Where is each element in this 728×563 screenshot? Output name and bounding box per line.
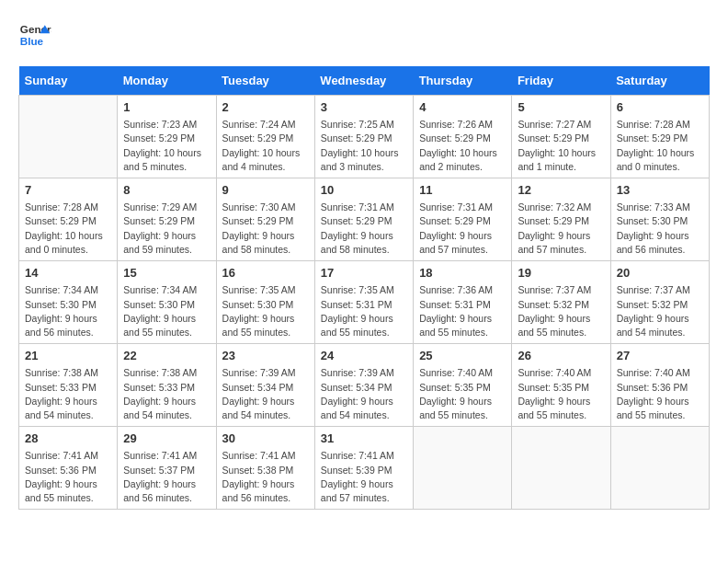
logo-icon: General Blue	[18, 18, 51, 52]
day-number: 28	[25, 431, 111, 447]
calendar-cell: 12Sunrise: 7:32 AM Sunset: 5:29 PM Dayli…	[512, 178, 610, 261]
calendar-week-3: 14Sunrise: 7:34 AM Sunset: 5:30 PM Dayli…	[19, 261, 710, 344]
day-info: Sunrise: 7:37 AM Sunset: 5:32 PM Dayligh…	[617, 283, 703, 339]
calendar-cell: 20Sunrise: 7:37 AM Sunset: 5:32 PM Dayli…	[610, 261, 709, 344]
day-number: 27	[617, 348, 703, 364]
day-number: 25	[419, 348, 506, 364]
day-info: Sunrise: 7:38 AM Sunset: 5:33 PM Dayligh…	[25, 366, 111, 422]
header-row: SundayMondayTuesdayWednesdayThursdayFrid…	[19, 66, 710, 96]
day-info: Sunrise: 7:24 AM Sunset: 5:29 PM Dayligh…	[222, 118, 309, 174]
calendar-cell: 31Sunrise: 7:41 AM Sunset: 5:39 PM Dayli…	[314, 427, 413, 510]
day-info: Sunrise: 7:34 AM Sunset: 5:30 PM Dayligh…	[123, 283, 210, 339]
calendar-cell: 8Sunrise: 7:29 AM Sunset: 5:29 PM Daylig…	[118, 178, 216, 261]
day-number: 15	[123, 265, 210, 282]
header-day-friday: Friday	[512, 66, 610, 96]
day-number: 10	[321, 182, 407, 199]
day-info: Sunrise: 7:23 AM Sunset: 5:29 PM Dayligh…	[123, 118, 210, 174]
calendar-cell	[19, 96, 118, 178]
day-info: Sunrise: 7:41 AM Sunset: 5:37 PM Dayligh…	[123, 449, 210, 505]
calendar-cell: 15Sunrise: 7:34 AM Sunset: 5:30 PM Dayli…	[118, 261, 216, 344]
day-number: 3	[321, 99, 407, 116]
day-number: 21	[25, 348, 111, 364]
page-header: General Blue	[18, 18, 710, 52]
day-info: Sunrise: 7:40 AM Sunset: 5:35 PM Dayligh…	[419, 366, 506, 422]
calendar-cell: 10Sunrise: 7:31 AM Sunset: 5:29 PM Dayli…	[314, 178, 413, 261]
day-info: Sunrise: 7:35 AM Sunset: 5:31 PM Dayligh…	[321, 283, 407, 339]
day-info: Sunrise: 7:37 AM Sunset: 5:32 PM Dayligh…	[518, 283, 604, 339]
day-number: 2	[222, 99, 309, 116]
day-info: Sunrise: 7:34 AM Sunset: 5:30 PM Dayligh…	[25, 283, 111, 339]
day-number: 23	[222, 348, 309, 364]
day-number: 1	[123, 99, 210, 116]
day-number: 22	[123, 348, 210, 364]
svg-text:Blue: Blue	[20, 35, 44, 47]
day-info: Sunrise: 7:41 AM Sunset: 5:39 PM Dayligh…	[321, 449, 407, 505]
calendar-cell: 9Sunrise: 7:30 AM Sunset: 5:29 PM Daylig…	[216, 178, 314, 261]
day-info: Sunrise: 7:29 AM Sunset: 5:29 PM Dayligh…	[123, 201, 210, 257]
day-info: Sunrise: 7:36 AM Sunset: 5:31 PM Dayligh…	[419, 283, 506, 339]
day-number: 8	[123, 182, 210, 199]
calendar-cell: 5Sunrise: 7:27 AM Sunset: 5:29 PM Daylig…	[512, 96, 610, 178]
day-info: Sunrise: 7:35 AM Sunset: 5:30 PM Dayligh…	[222, 283, 309, 339]
calendar-cell: 13Sunrise: 7:33 AM Sunset: 5:30 PM Dayli…	[610, 178, 709, 261]
calendar-cell: 3Sunrise: 7:25 AM Sunset: 5:29 PM Daylig…	[314, 96, 413, 178]
header-day-thursday: Thursday	[414, 66, 512, 96]
calendar-cell: 7Sunrise: 7:28 AM Sunset: 5:29 PM Daylig…	[19, 178, 118, 261]
calendar-cell: 21Sunrise: 7:38 AM Sunset: 5:33 PM Dayli…	[19, 344, 118, 427]
calendar-week-2: 7Sunrise: 7:28 AM Sunset: 5:29 PM Daylig…	[19, 178, 710, 261]
day-info: Sunrise: 7:31 AM Sunset: 5:29 PM Dayligh…	[419, 201, 506, 257]
day-number: 16	[222, 265, 309, 282]
calendar-cell: 16Sunrise: 7:35 AM Sunset: 5:30 PM Dayli…	[216, 261, 314, 344]
day-number: 24	[321, 348, 407, 364]
day-number: 26	[518, 348, 604, 364]
calendar-cell: 29Sunrise: 7:41 AM Sunset: 5:37 PM Dayli…	[118, 427, 216, 510]
calendar-cell: 22Sunrise: 7:38 AM Sunset: 5:33 PM Dayli…	[118, 344, 216, 427]
day-number: 17	[321, 265, 407, 282]
day-info: Sunrise: 7:28 AM Sunset: 5:29 PM Dayligh…	[617, 118, 703, 174]
calendar-week-4: 21Sunrise: 7:38 AM Sunset: 5:33 PM Dayli…	[19, 344, 710, 427]
header-day-saturday: Saturday	[610, 66, 709, 96]
calendar-cell: 6Sunrise: 7:28 AM Sunset: 5:29 PM Daylig…	[610, 96, 709, 178]
header-day-monday: Monday	[118, 66, 216, 96]
calendar-week-5: 28Sunrise: 7:41 AM Sunset: 5:36 PM Dayli…	[19, 427, 710, 510]
calendar-cell: 18Sunrise: 7:36 AM Sunset: 5:31 PM Dayli…	[414, 261, 512, 344]
day-info: Sunrise: 7:30 AM Sunset: 5:29 PM Dayligh…	[222, 201, 309, 257]
day-info: Sunrise: 7:40 AM Sunset: 5:36 PM Dayligh…	[617, 366, 703, 422]
calendar-table: SundayMondayTuesdayWednesdayThursdayFrid…	[18, 66, 710, 510]
day-info: Sunrise: 7:39 AM Sunset: 5:34 PM Dayligh…	[321, 366, 407, 422]
day-info: Sunrise: 7:38 AM Sunset: 5:33 PM Dayligh…	[123, 366, 210, 422]
calendar-cell	[610, 427, 709, 510]
calendar-cell: 1Sunrise: 7:23 AM Sunset: 5:29 PM Daylig…	[118, 96, 216, 178]
day-number: 30	[222, 431, 309, 447]
calendar-cell: 14Sunrise: 7:34 AM Sunset: 5:30 PM Dayli…	[19, 261, 118, 344]
day-info: Sunrise: 7:26 AM Sunset: 5:29 PM Dayligh…	[419, 118, 506, 174]
day-number: 31	[321, 431, 407, 447]
day-info: Sunrise: 7:41 AM Sunset: 5:38 PM Dayligh…	[222, 449, 309, 505]
day-info: Sunrise: 7:28 AM Sunset: 5:29 PM Dayligh…	[25, 201, 111, 257]
calendar-cell: 4Sunrise: 7:26 AM Sunset: 5:29 PM Daylig…	[414, 96, 512, 178]
day-number: 6	[617, 99, 703, 116]
day-number: 29	[123, 431, 210, 447]
calendar-cell: 11Sunrise: 7:31 AM Sunset: 5:29 PM Dayli…	[414, 178, 512, 261]
calendar-cell: 19Sunrise: 7:37 AM Sunset: 5:32 PM Dayli…	[512, 261, 610, 344]
day-info: Sunrise: 7:25 AM Sunset: 5:29 PM Dayligh…	[321, 118, 407, 174]
calendar-cell: 28Sunrise: 7:41 AM Sunset: 5:36 PM Dayli…	[19, 427, 118, 510]
day-number: 7	[25, 182, 111, 199]
header-day-wednesday: Wednesday	[314, 66, 413, 96]
day-info: Sunrise: 7:31 AM Sunset: 5:29 PM Dayligh…	[321, 201, 407, 257]
day-info: Sunrise: 7:32 AM Sunset: 5:29 PM Dayligh…	[518, 201, 604, 257]
day-number: 13	[617, 182, 703, 199]
day-number: 18	[419, 265, 506, 282]
calendar-cell: 26Sunrise: 7:40 AM Sunset: 5:35 PM Dayli…	[512, 344, 610, 427]
day-number: 4	[419, 99, 506, 116]
day-number: 14	[25, 265, 111, 282]
calendar-cell	[512, 427, 610, 510]
calendar-cell: 25Sunrise: 7:40 AM Sunset: 5:35 PM Dayli…	[414, 344, 512, 427]
day-info: Sunrise: 7:33 AM Sunset: 5:30 PM Dayligh…	[617, 201, 703, 257]
day-number: 11	[419, 182, 506, 199]
calendar-week-1: 1Sunrise: 7:23 AM Sunset: 5:29 PM Daylig…	[19, 96, 710, 178]
day-info: Sunrise: 7:27 AM Sunset: 5:29 PM Dayligh…	[518, 118, 604, 174]
calendar-body: 1Sunrise: 7:23 AM Sunset: 5:29 PM Daylig…	[19, 96, 710, 510]
header-day-sunday: Sunday	[19, 66, 118, 96]
calendar-cell: 2Sunrise: 7:24 AM Sunset: 5:29 PM Daylig…	[216, 96, 314, 178]
